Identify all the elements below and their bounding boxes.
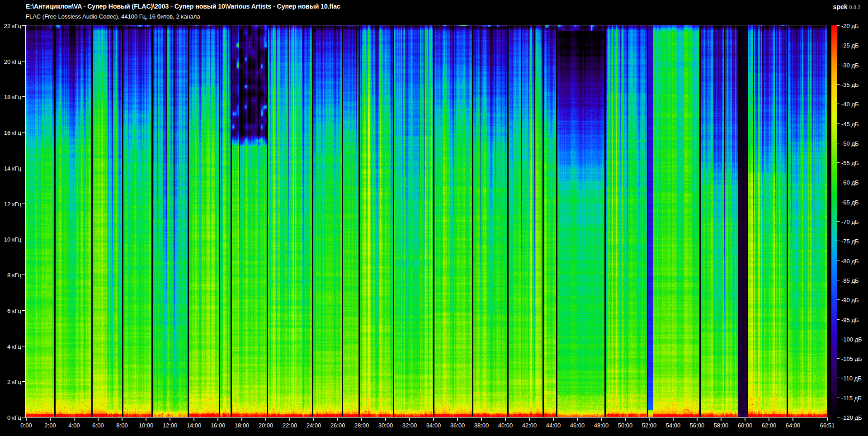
time-tick-label: 32:00 bbox=[396, 422, 423, 429]
db-tick-mark bbox=[837, 202, 840, 202]
db-tick-label: -110 дБ bbox=[841, 375, 862, 382]
time-tick-mark bbox=[673, 418, 674, 421]
time-tick-label: 34:00 bbox=[420, 422, 447, 429]
time-tick-mark bbox=[721, 418, 722, 421]
time-tick-label: 42:00 bbox=[516, 422, 543, 429]
time-tick-mark bbox=[409, 418, 410, 421]
time-tick-mark bbox=[289, 418, 290, 421]
app-badge: spek0.8.2 bbox=[833, 3, 860, 10]
time-tick-label: 60:00 bbox=[731, 422, 759, 429]
time-tick-mark bbox=[337, 418, 338, 421]
db-tick-mark bbox=[837, 319, 840, 320]
freq-tick-mark bbox=[22, 204, 25, 204]
time-tick-mark bbox=[26, 418, 27, 421]
db-tick-label: -105 дБ bbox=[841, 355, 862, 362]
db-tick-label: -30 дБ bbox=[841, 62, 859, 69]
db-tick-label: -90 дБ bbox=[841, 297, 859, 303]
db-tick-label: -100 дБ bbox=[841, 336, 862, 343]
db-tick-mark bbox=[837, 358, 840, 359]
db-tick-label: -120 дБ bbox=[841, 414, 862, 421]
app-name-label: spek bbox=[833, 3, 848, 10]
db-tick-mark bbox=[837, 241, 840, 241]
time-tick-mark bbox=[74, 418, 75, 421]
time-tick-label: 20:00 bbox=[252, 422, 279, 429]
time-tick-label: 58:00 bbox=[708, 422, 735, 429]
time-tick-mark bbox=[265, 418, 266, 421]
time-tick-mark bbox=[625, 418, 626, 421]
db-tick-mark bbox=[837, 339, 840, 339]
freq-tick-mark bbox=[22, 239, 25, 239]
db-colorbar bbox=[831, 25, 837, 417]
db-tick-mark bbox=[837, 280, 840, 280]
db-tick-label: -45 дБ bbox=[841, 121, 859, 128]
db-tick-label: -60 дБ bbox=[841, 179, 859, 186]
db-tick-label: -55 дБ bbox=[841, 160, 859, 166]
db-tick-label: -50 дБ bbox=[841, 140, 859, 147]
spek-window: { "header": { "path": "E:\\Антициклон\\V… bbox=[0, 0, 868, 436]
time-tick-label: 50:00 bbox=[612, 422, 639, 429]
time-tick-mark bbox=[553, 418, 554, 421]
db-tick-mark bbox=[837, 25, 840, 26]
db-tick-mark bbox=[837, 65, 840, 65]
time-tick-mark bbox=[457, 418, 458, 421]
time-tick-label: 28:00 bbox=[348, 422, 375, 429]
file-info: FLAC (Free Lossless Audio Codec), 44100 … bbox=[26, 13, 200, 20]
spectrogram-canvas bbox=[26, 25, 827, 417]
time-tick-mark bbox=[601, 418, 602, 421]
db-tick-mark bbox=[837, 143, 840, 143]
db-tick-mark bbox=[837, 417, 840, 417]
db-tick-label: -95 дБ bbox=[841, 317, 859, 323]
time-tick-label: 18:00 bbox=[228, 422, 255, 429]
time-tick-mark bbox=[649, 418, 650, 421]
time-tick-mark bbox=[146, 418, 146, 421]
time-tick-mark bbox=[241, 418, 242, 421]
freq-tick-mark bbox=[22, 346, 25, 346]
time-tick-mark bbox=[313, 418, 314, 421]
db-tick-mark bbox=[837, 84, 840, 85]
db-tick-label: -25 дБ bbox=[841, 42, 859, 49]
time-tick-label: 4:00 bbox=[61, 422, 88, 429]
freq-tick-label: 4 кГц bbox=[0, 343, 21, 350]
time-tick-mark bbox=[481, 418, 482, 421]
time-tick-mark bbox=[217, 418, 218, 421]
freq-tick-mark bbox=[22, 25, 25, 26]
time-tick-mark bbox=[433, 418, 434, 421]
app-version-label: 0.8.2 bbox=[849, 5, 860, 10]
freq-tick-label: 10 кГц bbox=[0, 236, 21, 243]
time-tick-label: 46:00 bbox=[564, 422, 591, 429]
freq-tick-label: 12 кГц bbox=[0, 201, 21, 208]
time-tick-mark bbox=[50, 418, 51, 421]
time-tick-label: 2:00 bbox=[37, 422, 64, 429]
freq-tick-mark bbox=[22, 310, 25, 311]
freq-tick-mark bbox=[22, 168, 25, 168]
db-tick-label: -65 дБ bbox=[841, 199, 859, 206]
freq-tick-mark bbox=[22, 61, 25, 62]
freq-tick-label: 6 кГц bbox=[0, 308, 21, 314]
time-tick-mark bbox=[193, 418, 194, 421]
freq-tick-mark bbox=[22, 96, 25, 97]
time-tick-mark bbox=[769, 418, 769, 421]
freq-tick-mark bbox=[22, 381, 25, 382]
time-tick-label: 62:00 bbox=[755, 422, 783, 429]
freq-tick-label: 8 кГц bbox=[0, 272, 21, 279]
time-tick-mark bbox=[827, 418, 828, 421]
time-tick-label: 40:00 bbox=[492, 422, 519, 429]
time-tick-mark bbox=[361, 418, 362, 421]
db-tick-mark bbox=[837, 221, 840, 222]
freq-tick-label: 18 кГц bbox=[0, 94, 21, 100]
time-tick-mark bbox=[98, 418, 99, 421]
freq-tick-mark bbox=[22, 132, 25, 133]
freq-tick-label: 0 кГц bbox=[0, 414, 21, 421]
db-tick-mark bbox=[837, 398, 840, 398]
time-tick-label: 38:00 bbox=[468, 422, 495, 429]
time-tick-label: 30:00 bbox=[372, 422, 399, 429]
time-tick-label: 24:00 bbox=[300, 422, 327, 429]
time-tick-mark bbox=[577, 418, 578, 421]
time-tick-mark bbox=[697, 418, 698, 421]
time-tick-label: 22:00 bbox=[276, 422, 303, 429]
freq-tick-mark bbox=[22, 417, 25, 417]
db-tick-mark bbox=[837, 182, 840, 182]
time-tick-mark bbox=[122, 418, 123, 421]
time-tick-label: 16:00 bbox=[204, 422, 231, 429]
time-tick-mark bbox=[745, 418, 745, 421]
